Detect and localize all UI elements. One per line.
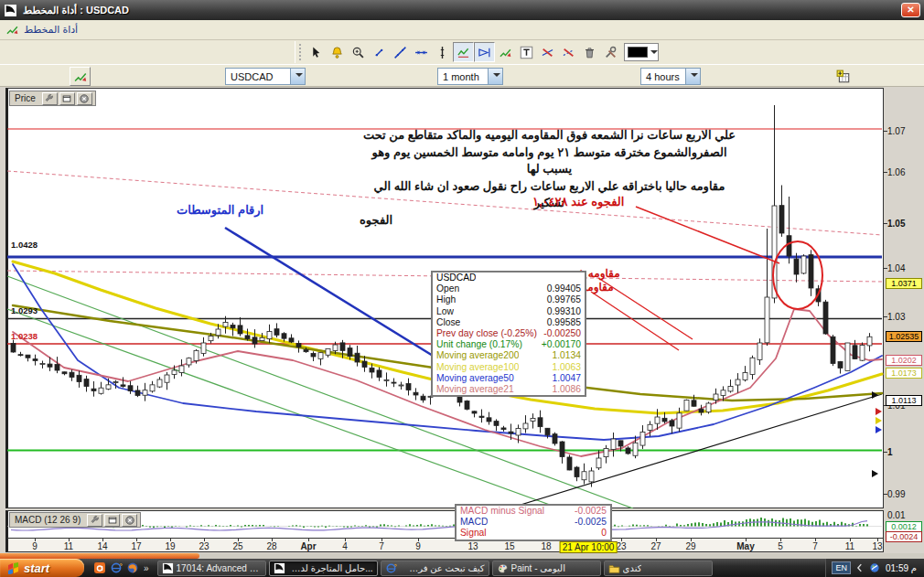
taskbar-window-title: ...حامل المتاجرة لدف "| <box>288 563 373 573</box>
time-axis-label: 14 <box>97 541 107 551</box>
candle-body <box>231 325 235 327</box>
taskbar-window-button[interactable]: 17014: Advanced Cu... <box>157 561 266 576</box>
candle-body <box>48 364 52 367</box>
line-study-tool-button[interactable] <box>453 42 474 62</box>
time-axis-label: Apr <box>300 541 316 551</box>
text-tool-button[interactable] <box>516 42 537 62</box>
macd-close-icon[interactable] <box>122 514 137 527</box>
period-select[interactable]: 1 month <box>437 68 503 85</box>
candle-body <box>860 346 865 361</box>
price-panel-tab[interactable]: Price <box>9 91 96 106</box>
candle-body <box>721 390 725 396</box>
quick-launch-overflow[interactable]: » <box>144 563 149 573</box>
candle-body <box>370 368 374 372</box>
data-window-row: Unit change (0.17%)+0.00170 <box>433 339 585 350</box>
trendline-tool-button[interactable] <box>369 42 390 62</box>
time-axis-label: 17 <box>131 541 141 551</box>
quick-launch <box>91 560 141 576</box>
taskbar-window-button[interactable]: كندي <box>604 561 713 576</box>
timeframe-select[interactable]: 4 hours <box>640 68 701 85</box>
macd-panel-tab[interactable]: MACD (12 26 9) <box>9 512 141 528</box>
candle-body <box>736 379 740 385</box>
candle-body <box>604 449 608 457</box>
language-indicator[interactable]: EN <box>832 561 851 574</box>
candle-body <box>699 409 704 412</box>
quick-launch-a-icon[interactable] <box>91 560 108 576</box>
period-dropdown-icon[interactable] <box>488 69 502 84</box>
zoom-tool-button[interactable] <box>348 42 369 62</box>
price-close-icon[interactable] <box>77 92 92 105</box>
toolbar-grip[interactable] <box>299 44 302 60</box>
chev-icon <box>854 562 865 573</box>
symbol-dropdown-icon[interactable] <box>290 69 305 84</box>
candle-body <box>582 472 586 480</box>
quick-launch-ie-icon[interactable] <box>108 560 124 576</box>
start-button[interactable]: start <box>0 559 84 577</box>
addgrid-icon <box>836 69 851 84</box>
vertical-line-tool-button[interactable] <box>432 42 453 62</box>
symbol-select[interactable]: USDCAD <box>225 68 306 85</box>
color-picker[interactable] <box>624 43 659 61</box>
remove-line-tool-button[interactable] <box>537 42 558 62</box>
data-window-row: Prev day close (-0.25%)-0.00250 <box>433 328 585 339</box>
quick-launch-firefox-icon[interactable] <box>124 560 141 576</box>
delete-tool-button[interactable] <box>579 42 600 62</box>
candle-body <box>26 355 30 358</box>
add-chart-button[interactable] <box>833 67 854 86</box>
taskbar-window-button[interactable]: ...حامل المتاجرة لدف "| <box>269 561 378 576</box>
messenger-icon[interactable] <box>869 562 884 573</box>
cursor-tool-button[interactable] <box>306 42 327 62</box>
candle-body <box>538 418 543 427</box>
menu-item-chart-tool[interactable]: أداة المخطط <box>24 24 78 36</box>
candle-body <box>728 387 733 391</box>
time-axis-label: 11 <box>64 541 73 551</box>
title-bar[interactable]: أداة المخطط : USDCAD ✕ <box>0 0 924 20</box>
data-row-value: 0.99405 <box>547 283 581 294</box>
candle-body <box>757 343 762 359</box>
timeframe-dropdown-icon[interactable] <box>685 69 700 84</box>
extended-line-tool-button[interactable] <box>411 42 432 62</box>
closex-icon <box>124 515 135 526</box>
candle-body <box>516 429 521 435</box>
long-trendline-tool-button[interactable] <box>390 42 411 62</box>
zigzag-icon <box>457 46 470 59</box>
candle-body <box>304 349 308 351</box>
candle-body <box>867 337 872 346</box>
macd-settings-icon[interactable] <box>87 514 102 527</box>
remove-study-tool-button[interactable] <box>558 42 579 62</box>
data-row-label: Close <box>436 317 460 328</box>
taskbar-window-button[interactable]: اليومي - Paint <box>492 561 601 576</box>
data-window-row: Moving average2001.0134 <box>433 350 585 361</box>
candle-body <box>33 359 38 361</box>
candle-body <box>70 372 74 377</box>
macd-maximize-icon[interactable] <box>104 514 120 527</box>
price-settings-icon[interactable] <box>42 92 58 105</box>
chart-controls-row: USDCAD 1 month 4 hours <box>0 64 924 87</box>
price-maximize-icon[interactable] <box>59 92 75 105</box>
color-dropdown-icon[interactable] <box>650 50 658 58</box>
candle-body <box>589 471 594 482</box>
price-axis-tick <box>884 268 887 269</box>
candle-body <box>750 358 755 374</box>
data-window-symbol: USDCAD <box>436 272 476 283</box>
alert-tool-button[interactable] <box>327 42 348 62</box>
macd-panel-title: MACD (12 26 9) <box>13 515 81 525</box>
candle-body <box>787 236 791 256</box>
selected-time-label: 21 Apr 10:00 <box>560 541 618 553</box>
data-row-value: 1.0047 <box>553 373 582 384</box>
indicator-tool-button[interactable] <box>495 42 516 62</box>
pattern-study-tool-button[interactable] <box>474 42 495 62</box>
candle-body <box>692 401 696 406</box>
tray-chevron-icon[interactable] <box>854 562 869 573</box>
chart-tool-icon <box>5 23 19 37</box>
settings-tool-button[interactable] <box>600 42 621 62</box>
close-button[interactable]: ✕ <box>901 3 920 17</box>
candle-body <box>209 337 213 341</box>
candle-body <box>523 423 528 429</box>
taskbar-window-title: كندي <box>623 563 642 573</box>
wrench-icon <box>90 515 101 526</box>
app-icon <box>4 4 17 17</box>
system-tray: EN م 01:59 <box>825 559 924 577</box>
taskbar-window-button[interactable]: كيف تبحث عن فرص ال... <box>381 561 489 576</box>
chart-style-button[interactable] <box>70 67 91 86</box>
